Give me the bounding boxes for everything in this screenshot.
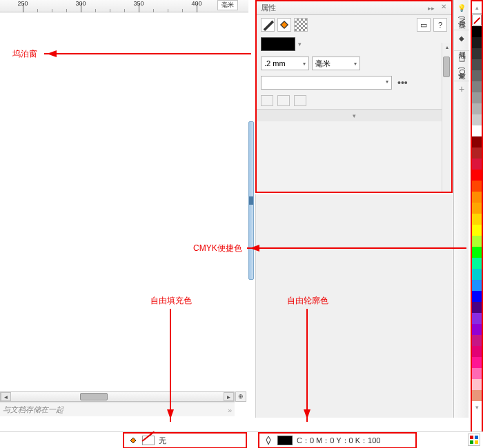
palette-swatch[interactable] — [472, 357, 482, 368]
palette-swatch[interactable] — [472, 125, 482, 136]
palette-swatch[interactable] — [472, 37, 482, 48]
palette-swatch[interactable] — [472, 214, 482, 225]
palette-flyout-button[interactable] — [468, 434, 480, 446]
no-color-swatch[interactable] — [472, 14, 482, 26]
svg-rect-3 — [475, 440, 478, 444]
palette-swatch[interactable] — [472, 159, 482, 170]
palette-swatch[interactable] — [472, 280, 482, 291]
palette-swatch[interactable] — [472, 26, 482, 37]
outline-unit-select[interactable]: 毫米 — [312, 57, 360, 70]
arrow-dock-window — [44, 53, 251, 54]
add-docker-button[interactable]: + — [454, 81, 469, 96]
expand-section-icon[interactable]: ▾ — [257, 109, 451, 121]
ruler-unit[interactable]: 毫米 — [217, 0, 238, 10]
palette-swatch[interactable] — [472, 48, 482, 59]
palette-swatch[interactable] — [472, 236, 482, 247]
anno-free-fill: 自由填充色 — [150, 295, 192, 307]
fill-bucket-icon — [128, 436, 138, 445]
scroll-left-button[interactable]: ◄ — [1, 392, 11, 401]
palette-swatch[interactable] — [472, 181, 482, 192]
docker-empty-area — [255, 194, 453, 418]
anno-cmyk: CMYK便捷色 — [193, 243, 242, 254]
fill-bucket-icon[interactable] — [277, 18, 291, 32]
scroll-thumb[interactable] — [80, 393, 108, 400]
svg-rect-1 — [475, 436, 478, 439]
palette-swatch[interactable] — [472, 247, 482, 258]
docker-close-icon[interactable]: ✕ — [439, 3, 448, 12]
docker-tab-column: 💡 提示(N) ◆ 属性 ❑ 对象(O) + — [453, 0, 469, 418]
palette-swatch[interactable] — [472, 302, 482, 313]
palette-scroll-down[interactable]: ▾ — [472, 401, 482, 414]
outline-color-swatch[interactable] — [261, 37, 295, 51]
palette-swatch[interactable] — [472, 335, 482, 346]
anno-free-outline: 自由轮廓色 — [287, 295, 328, 307]
palette-swatch[interactable] — [472, 70, 482, 81]
canvas-area[interactable] — [0, 12, 248, 400]
vertical-scroll-minimap[interactable] — [248, 121, 254, 280]
scroll-right-button[interactable]: ► — [224, 392, 234, 401]
palette-swatch[interactable] — [472, 390, 482, 401]
horizontal-scrollbar[interactable]: ◄ ► — [0, 391, 235, 402]
layers-icon: ❑ — [457, 55, 466, 65]
properties-docker: 属性 ▸▸ ✕ ▭ ? ▾ .2 mm 毫米 ••• ▾ ▴ — [255, 0, 453, 193]
palette-swatch[interactable] — [472, 103, 482, 114]
cap-style-3[interactable] — [294, 95, 306, 106]
tab-objects[interactable]: ❑ 对象(O) — [454, 51, 469, 81]
hint-bar: 与文档存储在一起 » — [0, 403, 235, 416]
more-options-icon[interactable]: ••• — [395, 77, 411, 88]
palette-swatch[interactable] — [472, 368, 482, 379]
outline-status-segment[interactable]: C：0 M：0 Y：0 K：100 — [258, 432, 417, 448]
arrow-free-fill — [170, 309, 171, 422]
fill-status-segment[interactable]: 无 — [123, 432, 247, 448]
transparency-icon[interactable] — [294, 18, 308, 32]
palette-swatch[interactable] — [472, 147, 482, 159]
svg-rect-0 — [470, 436, 473, 439]
docker-scrollbar[interactable]: ▴ — [442, 43, 451, 192]
arrow-free-outline — [306, 309, 308, 422]
diamond-icon: ◆ — [457, 34, 466, 44]
line-style-select[interactable] — [261, 76, 392, 90]
palette-swatch[interactable] — [472, 203, 482, 214]
palette-swatch[interactable] — [472, 269, 482, 280]
page-options-icon[interactable]: ▭ — [417, 18, 431, 32]
no-fill-swatch-icon — [142, 436, 155, 445]
color-palette: ▴ ▾ — [471, 0, 483, 448]
palette-swatch[interactable] — [472, 258, 482, 269]
cap-style-1[interactable] — [261, 95, 273, 106]
palette-swatch[interactable] — [472, 81, 482, 92]
outline-label: C：0 M：0 Y：0 K：100 — [297, 436, 380, 446]
hint-text: 与文档存储在一起 — [3, 405, 63, 415]
palette-swatch[interactable] — [472, 136, 482, 147]
docker-menu-icon[interactable]: ▸▸ — [428, 5, 435, 12]
palette-swatch[interactable] — [472, 59, 482, 70]
docker-title-bar[interactable]: 属性 ▸▸ ✕ — [257, 1, 451, 15]
palette-swatch[interactable] — [472, 225, 482, 236]
anno-dock-window: 坞泊窗 — [12, 48, 37, 60]
lightbulb-icon: 💡 — [457, 4, 466, 14]
fill-label: 无 — [159, 436, 166, 446]
hint-more-icon[interactable]: » — [228, 406, 232, 414]
cap-style-2[interactable] — [277, 95, 290, 106]
palette-swatch[interactable] — [472, 346, 482, 357]
horizontal-ruler: 250 300 350 400 毫米 — [0, 0, 248, 12]
docker-title: 属性 — [261, 3, 276, 13]
palette-swatch[interactable] — [472, 92, 482, 103]
palette-swatch[interactable] — [472, 192, 482, 203]
outline-pen-icon[interactable] — [261, 18, 275, 32]
tab-hints[interactable]: 💡 提示(N) — [454, 0, 469, 30]
status-bar: 无 C：0 M：0 Y：0 K：100 — [0, 431, 483, 448]
palette-swatch[interactable] — [472, 313, 482, 324]
zoom-nav-button[interactable]: ⊕ — [235, 391, 246, 402]
palette-swatch[interactable] — [472, 324, 482, 335]
palette-scroll-up[interactable]: ▴ — [472, 1, 482, 14]
tab-properties[interactable]: ◆ 属性 — [454, 30, 469, 51]
palette-swatch[interactable] — [472, 170, 482, 181]
palette-swatch[interactable] — [472, 114, 482, 125]
outline-swatch-icon — [277, 436, 293, 445]
palette-swatch[interactable] — [472, 291, 482, 302]
arrow-cmyk — [247, 247, 466, 249]
palette-swatch[interactable] — [472, 379, 482, 390]
help-icon[interactable]: ? — [433, 18, 447, 32]
outline-width-select[interactable]: .2 mm — [261, 57, 309, 70]
pen-nib-icon — [264, 436, 273, 445]
